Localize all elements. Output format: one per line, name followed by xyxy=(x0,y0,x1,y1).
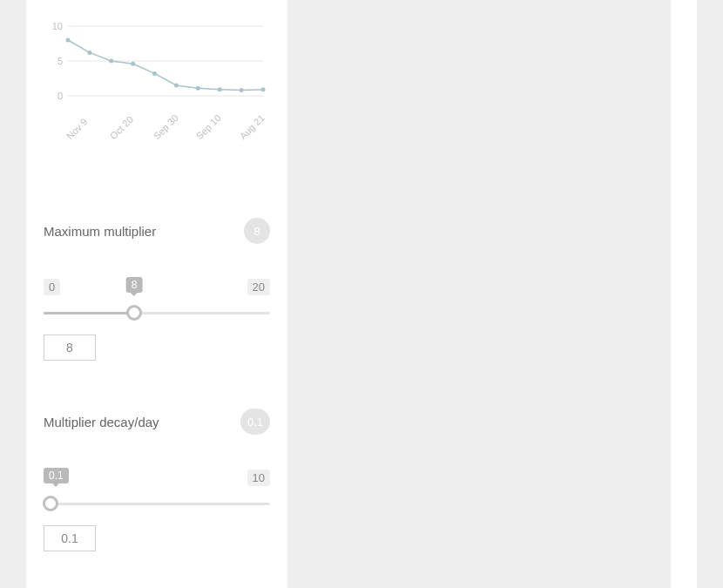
multiplier-chart: 0510 Nov 9Oct 20Sep 30Sep 10Aug 21 xyxy=(44,17,270,157)
svg-point-6 xyxy=(66,38,71,43)
chart-x-label: Oct 20 xyxy=(108,114,135,141)
chart-x-label: Aug 21 xyxy=(238,112,267,141)
decay-value-bubble: 0.1 xyxy=(44,468,69,483)
decay-group: Multiplier decay/day 0.1 0.1 . 10 xyxy=(44,409,270,551)
right-edge xyxy=(671,0,697,588)
max-multiplier-group: Maximum multiplier 8 0 8 20 xyxy=(44,218,270,361)
svg-point-9 xyxy=(131,62,135,66)
max-multiplier-input[interactable] xyxy=(44,335,96,361)
content-area xyxy=(287,0,671,588)
decay-slider[interactable] xyxy=(44,495,270,512)
svg-point-12 xyxy=(196,86,200,91)
max-multiplier-value-bubble: 8 xyxy=(126,277,143,293)
decay-input[interactable] xyxy=(44,525,96,551)
svg-point-7 xyxy=(87,51,91,55)
svg-text:0: 0 xyxy=(57,91,63,101)
svg-point-13 xyxy=(218,87,222,91)
sidebar: 0510 Nov 9Oct 20Sep 30Sep 10Aug 21 Maxim… xyxy=(26,0,287,588)
max-multiplier-slider-thumb[interactable] xyxy=(126,305,142,321)
max-multiplier-slider[interactable] xyxy=(44,304,270,321)
chart-x-label: Sep 10 xyxy=(194,112,223,141)
svg-point-8 xyxy=(109,59,113,64)
decay-slider-thumb[interactable] xyxy=(43,496,58,511)
max-multiplier-min-label: 0 xyxy=(44,279,60,295)
max-multiplier-label: Maximum multiplier xyxy=(44,224,156,239)
max-multiplier-max-label: 20 xyxy=(247,279,270,295)
svg-point-14 xyxy=(240,88,244,92)
svg-point-10 xyxy=(152,71,157,76)
chart-x-label: Nov 9 xyxy=(64,116,90,141)
svg-point-11 xyxy=(174,84,179,88)
svg-text:10: 10 xyxy=(52,21,63,31)
svg-point-15 xyxy=(261,87,266,91)
chart-x-label: Sep 30 xyxy=(151,112,179,141)
svg-text:5: 5 xyxy=(57,56,63,66)
decay-max-label: 10 xyxy=(247,470,270,486)
max-multiplier-badge: 8 xyxy=(244,218,270,244)
decay-label: Multiplier decay/day xyxy=(44,415,159,429)
decay-badge: 0.1 xyxy=(240,409,270,435)
